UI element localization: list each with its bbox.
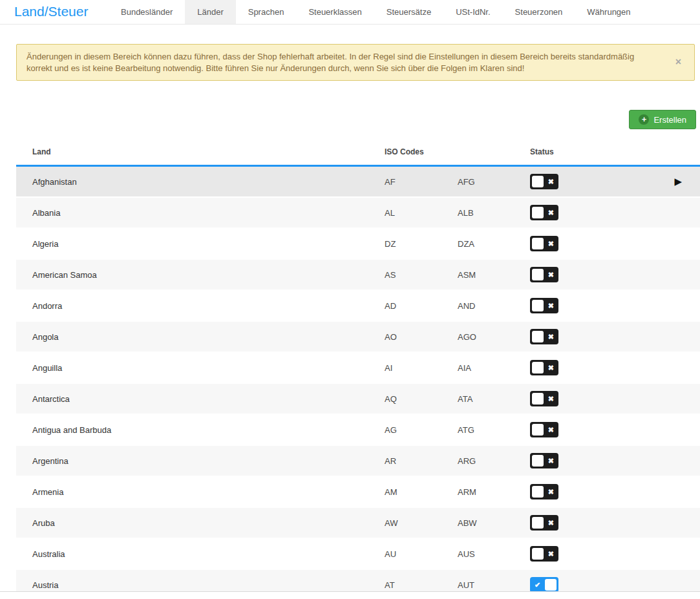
status-cell: ✖ bbox=[530, 236, 700, 251]
page: Land/Steuer BundesländerLänderSprachenSt… bbox=[0, 0, 700, 599]
toggle-knob bbox=[532, 455, 544, 467]
iso3-cell: ABW bbox=[458, 518, 530, 528]
iso2-cell: DZ bbox=[385, 239, 458, 249]
iso2-cell: AI bbox=[385, 363, 458, 373]
status-cell: ✖ bbox=[530, 515, 700, 531]
toggle-knob bbox=[532, 207, 544, 218]
toggle-knob bbox=[532, 517, 544, 529]
toggle-knob bbox=[532, 331, 544, 342]
close-icon[interactable]: × bbox=[675, 57, 681, 67]
toggle-state-icon: ✖ bbox=[548, 453, 554, 468]
status-cell: ✔ bbox=[530, 577, 700, 591]
toggle-knob bbox=[532, 238, 544, 249]
tab-steuers-tze[interactable]: Steuersätze bbox=[374, 0, 443, 24]
toggle-state-icon: ✖ bbox=[548, 329, 554, 344]
iso2-cell: AD bbox=[385, 301, 458, 311]
table-row[interactable]: Albania AL ALB ✖ bbox=[16, 198, 700, 227]
status-toggle[interactable]: ✖ bbox=[530, 174, 558, 189]
iso2-cell: AG bbox=[385, 425, 458, 435]
row-expand-arrow-icon[interactable]: ▶ bbox=[674, 176, 682, 187]
toggle-knob bbox=[545, 579, 557, 591]
create-button-label: Erstellen bbox=[653, 115, 686, 125]
status-cell: ✖ bbox=[530, 360, 700, 375]
tab-ust-idnr[interactable]: USt-IdNr. bbox=[443, 0, 502, 24]
status-toggle[interactable]: ✖ bbox=[530, 484, 558, 499]
status-cell: ✖ bbox=[530, 453, 700, 468]
tab-bundesl-nder[interactable]: Bundesländer bbox=[109, 0, 185, 24]
table-row[interactable]: Armenia AM ARM ✖ bbox=[16, 477, 700, 507]
status-toggle[interactable]: ✖ bbox=[530, 360, 558, 375]
status-toggle[interactable]: ✖ bbox=[530, 236, 558, 251]
table-body: Afghanistan AF AFG ✖ ▶ Albania AL ALB ✖ … bbox=[16, 167, 700, 591]
country-name-cell: Antigua and Barbuda bbox=[16, 425, 385, 435]
iso3-cell: AUS bbox=[458, 549, 530, 559]
tab-sprachen[interactable]: Sprachen bbox=[236, 0, 297, 24]
table-row[interactable]: Australia AU AUS ✖ bbox=[16, 539, 700, 569]
status-toggle[interactable]: ✖ bbox=[530, 267, 558, 282]
iso2-cell: AR bbox=[385, 456, 458, 466]
country-name-cell: Angola bbox=[16, 332, 385, 342]
warning-alert: Änderungen in diesem Bereich können dazu… bbox=[16, 44, 695, 81]
iso3-cell: ATG bbox=[458, 425, 530, 435]
status-toggle[interactable]: ✖ bbox=[530, 546, 558, 562]
country-name-cell: Algeria bbox=[16, 239, 385, 249]
iso2-cell: AO bbox=[385, 332, 458, 342]
column-header-iso-codes[interactable]: ISO Codes bbox=[385, 147, 458, 156]
toggle-state-icon: ✖ bbox=[548, 174, 554, 189]
country-name-cell: Albania bbox=[16, 208, 385, 218]
toggle-state-icon: ✖ bbox=[548, 391, 554, 406]
iso3-cell: ARM bbox=[458, 487, 530, 497]
column-header-land[interactable]: Land bbox=[16, 147, 385, 156]
status-toggle[interactable]: ✖ bbox=[530, 453, 558, 468]
table-row[interactable]: Antigua and Barbuda AG ATG ✖ bbox=[16, 415, 700, 445]
table-bottom-border bbox=[0, 591, 700, 592]
create-button[interactable]: + Erstellen bbox=[629, 110, 696, 129]
country-name-cell: Antarctica bbox=[16, 394, 385, 404]
iso3-cell: ARG bbox=[458, 456, 530, 466]
tab-steuerzonen[interactable]: Steuerzonen bbox=[503, 0, 575, 24]
toggle-state-icon: ✖ bbox=[548, 298, 554, 313]
toggle-knob bbox=[532, 269, 544, 280]
tab-bar: BundesländerLänderSprachenSteuerklassenS… bbox=[109, 0, 643, 24]
status-toggle[interactable]: ✔ bbox=[530, 577, 558, 591]
status-toggle[interactable]: ✖ bbox=[530, 422, 558, 437]
status-cell: ✖ bbox=[530, 391, 700, 406]
table-row[interactable]: Algeria DZ DZA ✖ bbox=[16, 229, 700, 258]
table-row[interactable]: Andorra AD AND ✖ bbox=[16, 291, 700, 321]
table-row[interactable]: American Samoa AS ASM ✖ bbox=[16, 260, 700, 289]
page-title: Land/Steuer bbox=[0, 0, 109, 24]
toggle-state-icon: ✖ bbox=[548, 484, 554, 499]
tab-l-nder[interactable]: Länder bbox=[185, 0, 235, 24]
iso2-cell: AS bbox=[385, 270, 458, 280]
iso3-cell: AGO bbox=[458, 332, 530, 342]
status-toggle[interactable]: ✖ bbox=[530, 515, 558, 531]
status-toggle[interactable]: ✖ bbox=[530, 205, 558, 220]
table-row[interactable]: Austria AT AUT ✔ bbox=[16, 570, 700, 591]
table-row[interactable]: Afghanistan AF AFG ✖ ▶ bbox=[16, 167, 700, 196]
status-toggle[interactable]: ✖ bbox=[530, 298, 558, 313]
status-cell: ✖ bbox=[530, 329, 700, 344]
status-toggle[interactable]: ✖ bbox=[530, 329, 558, 344]
tab-w-hrungen[interactable]: Währungen bbox=[575, 0, 642, 24]
table-row[interactable]: Antarctica AQ ATA ✖ bbox=[16, 384, 700, 414]
status-toggle[interactable]: ✖ bbox=[530, 391, 558, 406]
country-name-cell: American Samoa bbox=[16, 270, 385, 280]
iso3-cell: AND bbox=[458, 301, 530, 311]
toggle-state-icon: ✖ bbox=[548, 422, 554, 437]
column-header-status[interactable]: Status bbox=[530, 147, 700, 156]
iso3-cell: ASM bbox=[458, 270, 530, 280]
tab-steuerklassen[interactable]: Steuerklassen bbox=[296, 0, 374, 24]
country-name-cell: Argentina bbox=[16, 456, 385, 466]
country-name-cell: Anguilla bbox=[16, 363, 385, 373]
iso2-cell: AT bbox=[385, 580, 458, 590]
toggle-knob bbox=[532, 424, 544, 436]
country-name-cell: Aruba bbox=[16, 518, 385, 528]
table-row[interactable]: Aruba AW ABW ✖ bbox=[16, 508, 700, 538]
toggle-state-icon: ✖ bbox=[548, 515, 554, 531]
table-row[interactable]: Anguilla AI AIA ✖ bbox=[16, 353, 700, 383]
table-row[interactable]: Argentina AR ARG ✖ bbox=[16, 446, 700, 476]
table-row[interactable]: Angola AO AGO ✖ bbox=[16, 322, 700, 352]
status-cell: ✖ bbox=[530, 298, 700, 313]
country-name-cell: Armenia bbox=[16, 487, 385, 497]
iso3-cell: AUT bbox=[458, 580, 530, 590]
